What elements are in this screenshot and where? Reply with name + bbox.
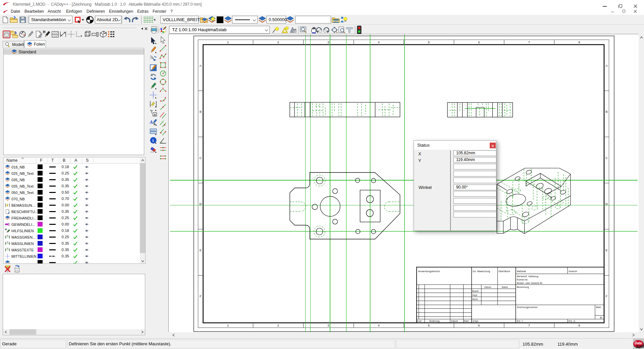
svg-text:C: C	[605, 156, 608, 160]
svg-text:5: 5	[428, 323, 430, 327]
svg-text:Werkstoff, Halbzeug: Werkstoff, Halbzeug	[517, 275, 538, 278]
svg-text:Modell- oder Gesenk-Nr.: Modell- oder Gesenk-Nr.	[517, 282, 543, 284]
svg-text:D: D	[605, 202, 608, 206]
svg-text:7: 7	[528, 40, 530, 44]
svg-text:Nam.: Nam.	[464, 320, 470, 322]
svg-text:Gewicht: Gewicht	[569, 270, 577, 272]
svg-text:2: 2	[277, 40, 279, 44]
svg-text:1: 1	[227, 40, 229, 44]
svg-text:3: 3	[327, 40, 329, 44]
svg-text:5: 5	[428, 40, 430, 44]
svg-text:7: 7	[528, 323, 530, 327]
svg-text:A: A	[605, 64, 608, 67]
svg-text:1: 1	[227, 323, 229, 327]
svg-text:Änderung: Änderung	[429, 320, 440, 322]
svg-text:Oberfläche: Oberfläche	[498, 270, 510, 272]
svg-text:3: 3	[327, 323, 329, 327]
svg-text:Zeichnungsnummer: Zeichnungsnummer	[517, 306, 538, 309]
svg-text:4: 4	[378, 40, 379, 44]
svg-text:Maßstab: Maßstab	[517, 270, 526, 272]
svg-text:i: i	[153, 138, 154, 143]
svg-text:A: A	[150, 119, 153, 125]
svg-text:E: E	[605, 248, 607, 252]
svg-text:Ers. f.:: Ers. f.:	[517, 320, 524, 322]
svg-text:F: F	[200, 294, 202, 298]
svg-text:D: D	[200, 202, 202, 206]
svg-text:6: 6	[478, 40, 480, 44]
svg-text:Zul. Abweichung: Zul. Abweichung	[473, 270, 490, 273]
svg-text:Urspr.: Urspr.	[473, 320, 479, 322]
svg-text:C: C	[200, 156, 202, 160]
svg-text:Name: Name	[502, 286, 508, 288]
svg-text:B: B	[200, 110, 202, 113]
svg-text:Verwendungsbereich: Verwendungsbereich	[418, 270, 440, 273]
svg-text:B: B	[605, 110, 607, 113]
svg-text:Datum: Datum	[484, 286, 491, 288]
svg-text:Benennung: Benennung	[517, 286, 529, 289]
svg-text:Solid: Solid	[636, 345, 644, 348]
svg-text:8: 8	[578, 40, 580, 44]
svg-text:Norm: Norm	[472, 298, 478, 300]
svg-text:A: A	[154, 113, 156, 116]
svg-text:Gepr.: Gepr.	[472, 294, 478, 297]
svg-text:Ers. d.:: Ers. d.:	[569, 320, 576, 322]
svg-text:6: 6	[478, 323, 480, 327]
svg-text:Zust: Zust	[417, 320, 422, 322]
svg-text:Rohteil-Nr.: Rohteil-Nr.	[517, 279, 528, 281]
svg-text:F: F	[606, 294, 608, 298]
svg-text:E: E	[200, 248, 202, 252]
svg-text:8: 8	[578, 323, 580, 327]
svg-text:Datum: Datum	[451, 320, 458, 322]
svg-text:4: 4	[378, 323, 379, 327]
svg-text:Bearb.: Bearb.	[472, 290, 479, 292]
svg-text:H: H	[43, 30, 45, 34]
svg-text:2: 2	[277, 323, 279, 327]
svg-text:A: A	[200, 64, 202, 67]
svg-text:b: b	[154, 122, 156, 126]
svg-text:Blatt: Blatt	[596, 306, 601, 308]
svg-text:Bl.: Bl.	[600, 316, 603, 319]
